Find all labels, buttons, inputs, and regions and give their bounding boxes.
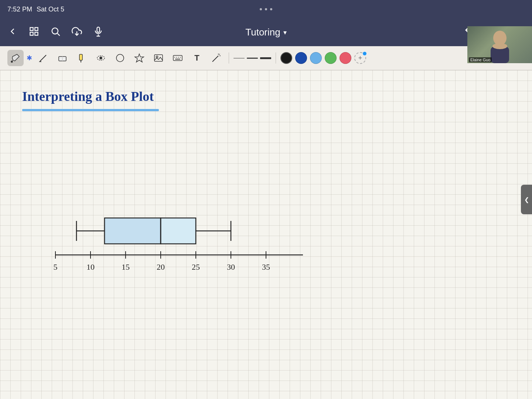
svg-rect-7 — [97, 27, 100, 32]
svg-rect-53 — [105, 218, 161, 244]
svg-point-14 — [11, 61, 13, 62]
time: 7:52 PM — [7, 6, 32, 13]
medium-stroke[interactable] — [247, 58, 258, 59]
svg-rect-1 — [35, 27, 38, 30]
svg-point-25 — [156, 56, 158, 58]
add-color-button[interactable]: + — [354, 52, 366, 64]
share-button[interactable] — [72, 26, 82, 39]
svg-rect-0 — [30, 27, 33, 30]
color-black[interactable] — [280, 52, 292, 64]
svg-line-35 — [219, 54, 220, 55]
box-plot-chart: 5 10 15 20 25 30 35 — [37, 170, 314, 288]
keyboard-tool[interactable] — [170, 50, 186, 66]
title-underline — [22, 109, 159, 111]
thick-stroke[interactable] — [260, 57, 271, 59]
mic-button[interactable] — [93, 26, 103, 39]
eraser-tool[interactable] — [54, 50, 71, 66]
svg-rect-24 — [154, 55, 163, 61]
video-panel: Elaine Guo — [467, 26, 532, 63]
separator-2 — [276, 52, 276, 64]
svg-text:30: 30 — [227, 262, 235, 272]
pen-active-tool[interactable] — [7, 50, 24, 66]
collapse-handle[interactable]: ❮ — [521, 185, 532, 214]
nav-bar: Tutoring ▾ Elaine Guo — [0, 18, 532, 46]
color-pink[interactable] — [340, 52, 351, 64]
svg-point-4 — [52, 28, 58, 34]
pen-tool[interactable] — [35, 50, 51, 66]
color-green[interactable] — [325, 52, 337, 64]
svg-text:25: 25 — [192, 262, 200, 272]
color-dark-blue[interactable] — [295, 52, 307, 64]
search-button[interactable] — [50, 26, 61, 39]
svg-line-32 — [212, 56, 218, 62]
canvas-content: Interpreting a Box Plot 5 10 15 20 25 — [0, 70, 532, 399]
svg-line-5 — [57, 33, 59, 35]
highlighter-tool[interactable] — [74, 50, 90, 66]
canvas-title: Interpreting a Box Plot — [22, 89, 154, 104]
svg-point-22 — [116, 54, 124, 62]
date: Sat Oct 5 — [37, 6, 64, 13]
wand-tool[interactable] — [208, 50, 224, 66]
status-bar: 7:52 PM Sat Oct 5 — [0, 0, 532, 18]
svg-text:5: 5 — [54, 262, 58, 272]
svg-text:15: 15 — [122, 262, 130, 272]
svg-marker-23 — [135, 54, 144, 62]
svg-rect-26 — [173, 55, 182, 61]
star-shape-tool[interactable] — [131, 50, 147, 66]
svg-rect-2 — [30, 32, 33, 35]
thin-stroke[interactable] — [233, 58, 245, 58]
svg-text:35: 35 — [262, 262, 270, 272]
svg-text:20: 20 — [157, 262, 165, 272]
svg-rect-54 — [161, 218, 196, 244]
text-tool[interactable]: T — [189, 50, 205, 66]
svg-line-15 — [40, 55, 46, 61]
bluetooth-icon: ✱ — [27, 54, 32, 62]
svg-point-21 — [100, 57, 102, 59]
toolbar: ✱ — [0, 46, 532, 70]
canvas-area[interactable]: Interpreting a Box Plot 5 10 15 20 25 — [0, 70, 532, 399]
svg-rect-18 — [79, 54, 82, 60]
stroke-size-selector — [233, 57, 271, 59]
separator-1 — [229, 52, 229, 64]
video-name-tag: Elaine Guo — [469, 57, 492, 62]
title-chevron[interactable]: ▾ — [283, 28, 287, 37]
svg-rect-3 — [35, 32, 38, 35]
svg-text:10: 10 — [86, 262, 95, 272]
circle-shape-tool[interactable] — [112, 50, 128, 66]
color-light-blue[interactable] — [310, 52, 322, 64]
lasso-tool[interactable] — [93, 50, 109, 66]
nav-title: Tutoring ▾ — [245, 27, 286, 38]
image-tool[interactable] — [150, 50, 167, 66]
grid-button[interactable] — [29, 26, 39, 39]
back-button[interactable] — [7, 26, 18, 39]
svg-point-12 — [492, 43, 507, 49]
